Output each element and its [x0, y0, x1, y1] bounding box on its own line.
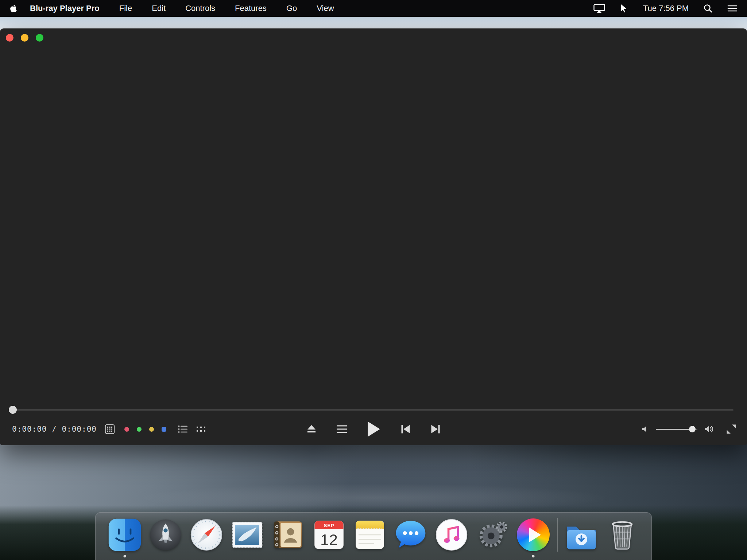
player-control-bar: 0:00:00 / 0:00:00	[0, 419, 747, 440]
player-window: 0:00:00 / 0:00:00	[0, 28, 747, 445]
running-indicator	[532, 555, 535, 557]
dock-separator	[557, 518, 558, 552]
menu-controls[interactable]: Controls	[185, 4, 215, 13]
apple-menu-icon[interactable]	[9, 4, 18, 13]
dock-item-notes[interactable]	[353, 518, 387, 552]
menu-features[interactable]: Features	[235, 4, 267, 13]
spotlight-search-icon[interactable]	[703, 4, 713, 13]
airplay-display-icon[interactable]	[593, 4, 605, 13]
menu-go[interactable]: Go	[286, 4, 297, 13]
notes-icon	[353, 518, 387, 552]
mail-icon	[230, 518, 264, 552]
running-indicator	[124, 555, 126, 557]
media-player-icon	[517, 518, 550, 551]
notification-list-icon[interactable]	[727, 4, 738, 13]
pointer-icon[interactable]	[620, 4, 628, 13]
time-display: 0:00:00 / 0:00:00	[12, 425, 97, 433]
calendar-icon: SEP 12	[312, 518, 346, 552]
contacts-icon	[271, 518, 305, 552]
dock-item-media-player[interactable]	[516, 518, 550, 552]
previous-button[interactable]	[400, 424, 411, 435]
app-menu-title[interactable]: Blu-ray Player Pro	[30, 4, 100, 13]
dock-item-trash[interactable]	[605, 518, 639, 552]
dock-item-system-preferences[interactable]	[475, 518, 510, 552]
menu-clock[interactable]: Tue 7:56 PM	[643, 4, 689, 13]
svg-text:12: 12	[320, 531, 338, 548]
volume-slider[interactable]	[656, 429, 697, 430]
menu-file[interactable]: File	[119, 4, 132, 13]
dock-item-messages[interactable]	[394, 518, 428, 552]
eject-button[interactable]	[306, 424, 317, 434]
disc-menu-button[interactable]	[336, 424, 348, 434]
fullscreen-button[interactable]	[726, 424, 737, 435]
volume-up-icon[interactable]	[704, 424, 714, 434]
downloads-folder-icon	[564, 518, 599, 552]
volume-down-icon[interactable]	[641, 425, 649, 433]
progress-knob[interactable]	[9, 406, 17, 414]
blue-marker-button[interactable]	[162, 427, 166, 432]
dock-item-downloads[interactable]	[564, 518, 599, 552]
chapter-list-button[interactable]	[178, 425, 188, 433]
dock-item-contacts[interactable]	[271, 518, 305, 552]
play-button[interactable]	[367, 421, 381, 438]
dock-item-mail[interactable]	[230, 518, 264, 552]
volume-knob[interactable]	[689, 426, 696, 432]
menu-bar: Blu-ray Player Pro File Edit Controls Fe…	[0, 0, 747, 17]
play-triangle-icon	[529, 528, 541, 542]
menu-view[interactable]: View	[317, 4, 334, 13]
green-marker-button[interactable]	[137, 427, 142, 432]
progress-slider[interactable]	[13, 409, 734, 411]
next-button[interactable]	[430, 424, 441, 435]
trash-icon	[605, 518, 639, 552]
finder-icon	[108, 518, 142, 552]
svg-text:SEP: SEP	[324, 523, 334, 528]
color-marker-buttons	[124, 427, 166, 432]
menu-edit[interactable]: Edit	[152, 4, 166, 13]
messages-icon	[394, 518, 428, 552]
red-marker-button[interactable]	[124, 427, 129, 432]
volume-fill	[656, 429, 692, 430]
dock: SEP 12	[95, 512, 652, 560]
launchpad-icon	[148, 518, 183, 552]
dock-item-calendar[interactable]: SEP 12	[312, 518, 346, 552]
yellow-marker-button[interactable]	[149, 427, 154, 432]
thumbnail-grid-button[interactable]	[196, 425, 206, 433]
system-preferences-icon	[475, 518, 510, 552]
dock-item-launchpad[interactable]	[148, 518, 183, 552]
numeric-keypad-button[interactable]	[105, 424, 115, 434]
itunes-icon	[434, 518, 469, 552]
video-display-area	[0, 28, 747, 398]
dock-item-finder[interactable]	[108, 518, 142, 552]
dock-item-itunes[interactable]	[434, 518, 469, 552]
safari-icon	[189, 518, 224, 552]
dock-item-safari[interactable]	[189, 518, 224, 552]
